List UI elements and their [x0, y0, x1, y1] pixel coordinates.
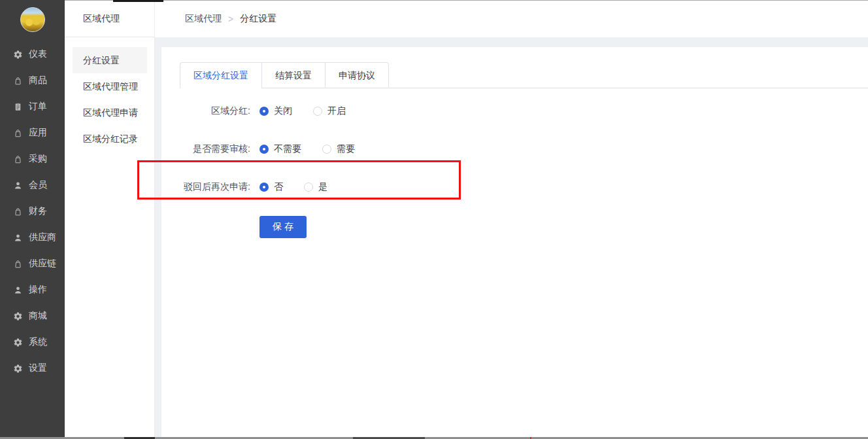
- breadcrumb: 区域代理 > 分红设置: [155, 0, 868, 37]
- user-icon: [13, 181, 23, 190]
- breadcrumb-item-current: 分红设置: [240, 13, 276, 25]
- sidebar-item-label: 会员: [29, 179, 47, 191]
- sidebar-item-label: 应用: [29, 127, 47, 139]
- radio-selected-icon[interactable]: [259, 183, 269, 192]
- form-label: 区域分红:: [180, 105, 250, 117]
- bag-icon: [13, 207, 23, 217]
- primary-nav: 仪表 商品 订单 应用 采购 会员: [0, 41, 65, 381]
- radio-label: 是: [318, 181, 327, 193]
- app-window: 仪表 商品 订单 应用 采购 会员: [0, 0, 868, 439]
- tab-settlement-settings[interactable]: 结算设置: [261, 63, 325, 88]
- sidebar-item-label: 财务: [29, 205, 47, 217]
- radio-selected-icon[interactable]: [259, 145, 269, 154]
- form-row-review-required: 是否需要审核: 不需要 需要: [180, 140, 868, 158]
- sidebar-item-label: 商城: [29, 310, 47, 322]
- order-icon: [13, 102, 23, 112]
- main-area: 区域代理 > 分红设置 区域分红设置 结算设置 申请协议 区域分红: 关闭: [155, 0, 868, 439]
- primary-sidebar: 仪表 商品 订单 应用 采购 会员: [0, 0, 65, 439]
- sidebar-item-settings[interactable]: 设置: [0, 355, 65, 381]
- submenu-item-dividend-records[interactable]: 区域分红记录: [73, 126, 147, 152]
- sidebar-item-members[interactable]: 会员: [0, 172, 65, 198]
- bag-icon: [13, 76, 23, 86]
- radio-option-not-required[interactable]: 不需要: [259, 143, 301, 155]
- radio-option-yes[interactable]: 是: [304, 181, 327, 193]
- sidebar-item-operations[interactable]: 操作: [0, 277, 65, 303]
- tab-group: 区域分红设置 结算设置 申请协议: [180, 62, 389, 88]
- radio-unselected-icon[interactable]: [313, 107, 322, 116]
- radio-label: 开启: [327, 105, 346, 117]
- submenu-item-agent-management[interactable]: 区域代理管理: [73, 73, 147, 99]
- form-row-region-dividend: 区域分红: 关闭 开启: [180, 102, 868, 120]
- radio-label: 不需要: [274, 143, 301, 155]
- tabs-bar: 区域分红设置 结算设置 申请协议: [180, 62, 868, 88]
- sidebar-item-purchasing[interactable]: 采购: [0, 146, 65, 172]
- gauge-icon: [13, 50, 23, 60]
- content-card: 区域分红设置 结算设置 申请协议 区域分红: 关闭 开启: [161, 47, 868, 439]
- bag-icon: [13, 128, 23, 138]
- tab-application-agreement[interactable]: 申请协议: [325, 63, 388, 88]
- radio-option-close[interactable]: 关闭: [259, 105, 292, 117]
- radio-option-open[interactable]: 开启: [313, 105, 346, 117]
- radio-label: 需要: [337, 143, 355, 155]
- sidebar-item-label: 操作: [29, 284, 47, 296]
- sidebar-item-label: 商品: [29, 75, 47, 86]
- radio-unselected-icon[interactable]: [304, 183, 313, 192]
- sidebar-item-label: 系统: [29, 336, 47, 348]
- window-top-edge-dark-segment: [113, 0, 163, 2]
- sidebar-item-system[interactable]: 系统: [0, 329, 65, 355]
- window-top-edge: [65, 0, 868, 1]
- avatar-container: [0, 0, 65, 32]
- sidebar-item-label: 采购: [29, 153, 47, 165]
- gear-icon: [13, 311, 23, 321]
- settings-form: 区域分红: 关闭 开启 是否需要审核: 不需要: [180, 102, 868, 238]
- sidebar-item-finance[interactable]: 财务: [0, 198, 65, 224]
- sidebar-item-dashboard[interactable]: 仪表: [0, 41, 65, 67]
- radio-selected-icon[interactable]: [259, 107, 269, 116]
- radio-label: 关闭: [274, 105, 292, 117]
- user-icon: [13, 285, 23, 295]
- avatar[interactable]: [20, 7, 45, 32]
- sidebar-item-suppliers[interactable]: 供应商: [0, 224, 65, 251]
- submenu-item-dividend-settings[interactable]: 分红设置: [73, 47, 147, 73]
- sidebar-item-label: 仪表: [29, 48, 47, 60]
- form-row-reapply-after-reject: 驳回后再次申请: 否 是: [180, 178, 868, 196]
- sidebar-item-label: 供应链: [29, 258, 56, 270]
- bag-icon: [13, 154, 23, 164]
- user-icon: [13, 233, 23, 243]
- form-label: 是否需要审核:: [180, 143, 250, 155]
- sidebar-item-products[interactable]: 商品: [0, 67, 65, 94]
- sidebar-item-supply-chain[interactable]: 供应链: [0, 251, 65, 277]
- secondary-sidebar: 区域代理 分红设置 区域代理管理 区域代理申请 区域分红记录: [65, 0, 155, 439]
- submenu-list: 分红设置 区域代理管理 区域代理申请 区域分红记录: [65, 47, 154, 152]
- breadcrumb-item-parent[interactable]: 区域代理: [185, 13, 222, 25]
- sidebar-item-orders[interactable]: 订单: [0, 94, 65, 120]
- sidebar-item-label: 设置: [29, 362, 47, 374]
- bag-icon: [13, 259, 23, 269]
- tab-region-dividend-settings[interactable]: 区域分红设置: [180, 63, 261, 88]
- gear-icon: [13, 338, 23, 347]
- radio-option-no[interactable]: 否: [259, 181, 283, 193]
- sidebar-item-label: 供应商: [29, 232, 56, 243]
- form-label: 驳回后再次申请:: [180, 181, 250, 193]
- radio-unselected-icon[interactable]: [322, 145, 331, 154]
- sidebar-item-mall[interactable]: 商城: [0, 303, 65, 329]
- submenu-title: 区域代理: [65, 0, 154, 37]
- gear-icon: [13, 364, 23, 374]
- breadcrumb-separator-icon: >: [228, 14, 233, 24]
- sidebar-item-label: 订单: [29, 101, 47, 113]
- radio-label: 否: [274, 181, 283, 193]
- radio-option-required[interactable]: 需要: [322, 143, 355, 155]
- sidebar-item-apps[interactable]: 应用: [0, 120, 65, 146]
- save-button[interactable]: 保 存: [259, 216, 307, 238]
- submenu-item-agent-application[interactable]: 区域代理申请: [73, 99, 147, 126]
